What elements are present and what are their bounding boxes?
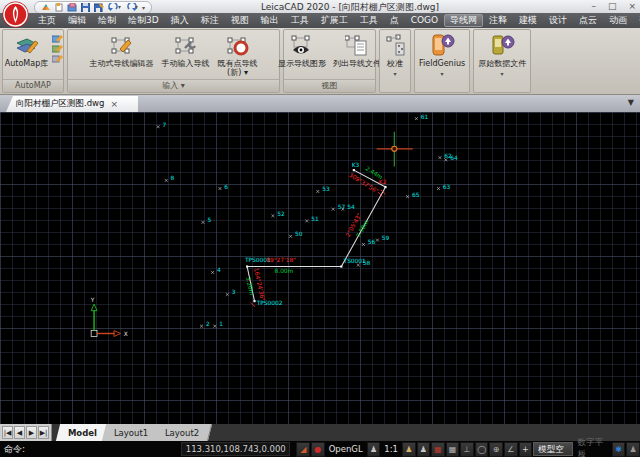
- ribbon-tab-9[interactable]: 扩展工: [315, 14, 354, 27]
- ribbon-tab-0[interactable]: 主页: [32, 14, 62, 27]
- qat-more-icon[interactable]: ▾: [142, 4, 145, 11]
- traverse-vertex[interactable]: [340, 265, 342, 267]
- document-tab-close-icon[interactable]: ×: [110, 99, 118, 109]
- show-traverse-graphics-button[interactable]: 显示导线图形: [276, 32, 328, 69]
- active-traverse-editor-button[interactable]: 主动式导线编辑器: [88, 32, 156, 69]
- rawdata-dropdown-icon: ▾: [501, 69, 504, 78]
- point-label-65: 65: [412, 192, 420, 198]
- ribbon-tab-8[interactable]: 工具: [285, 14, 315, 27]
- coordinates-readout: 113.310,108.743,0.000: [181, 442, 290, 456]
- user-lock-icon[interactable]: ♟: [626, 442, 640, 457]
- layout-nav-1[interactable]: ◀: [14, 426, 25, 439]
- layout-nav-2[interactable]: ▶: [26, 426, 37, 439]
- ribbon-tab-13[interactable]: 导线网: [444, 14, 483, 27]
- station-label-TPS0002: TPS0002: [256, 300, 283, 306]
- ribbon-tab-1[interactable]: 编辑: [62, 14, 92, 27]
- rawdata-icon: [489, 33, 515, 59]
- traverse-editor-icon: [110, 33, 134, 59]
- traverse-vertex[interactable]: [384, 186, 386, 188]
- traverse-vertex[interactable]: [246, 265, 248, 267]
- panel-automap-label[interactable]: AutoMAP: [3, 79, 63, 92]
- ribbon-tab-12[interactable]: COGO: [405, 14, 444, 27]
- save-icon[interactable]: [81, 3, 90, 12]
- ribbon-tab-5[interactable]: 标注: [195, 14, 225, 27]
- layout-nav-0[interactable]: |◀: [2, 426, 13, 439]
- ucs-y-label: Y: [90, 297, 95, 303]
- panel-fieldgenius: FieldGenius ▾: [414, 29, 470, 93]
- settings-gear-icon[interactable]: ✱: [612, 442, 626, 457]
- minimize-button[interactable]: –: [591, 0, 596, 13]
- user-icon[interactable]: ♟: [367, 442, 381, 457]
- ribbon-tab-16[interactable]: 设计: [543, 14, 573, 27]
- traverse-vertex[interactable]: [253, 300, 255, 302]
- panel-input: 主动式导线编辑器 手动输入导线 既有点导线 (新) ▾ 输入 ▾: [67, 29, 280, 93]
- otrack-icon[interactable]: ∠: [504, 442, 518, 457]
- model-space-button[interactable]: 模型空间: [533, 442, 573, 456]
- point-label-5: 5: [207, 217, 211, 223]
- ribbon-tab-15[interactable]: 建模: [513, 14, 543, 27]
- osnap-icon[interactable]: ⊕: [489, 442, 503, 457]
- automap-dyn-icon[interactable]: [52, 34, 63, 43]
- ribbon-tab-10[interactable]: 工具: [354, 14, 384, 27]
- fieldgenius-button[interactable]: FieldGenius ▾: [415, 30, 469, 79]
- scale-label: 1:1: [381, 444, 401, 454]
- calibrate-button[interactable]: 校准 ▾: [380, 30, 410, 79]
- save-as-icon[interactable]: [94, 3, 104, 12]
- layout-nav-3[interactable]: ▶|: [38, 426, 49, 439]
- panel-calibrate: 校准 ▾: [379, 29, 411, 93]
- angle-annotation: 89°27'18": [266, 257, 296, 263]
- eye-icon: [290, 33, 314, 59]
- existing-point-traverse-button[interactable]: 既有点导线 (新) ▾: [216, 32, 260, 78]
- record-line-icon[interactable]: ●: [311, 442, 325, 457]
- tab-list-dropdown-icon[interactable]: ▼: [628, 98, 634, 107]
- manual-input-icon: [174, 33, 198, 59]
- ribbon-tab-18[interactable]: 动画: [603, 14, 633, 27]
- ribbon-tab-17[interactable]: 点云: [573, 14, 603, 27]
- app-menu-button[interactable]: [2, 1, 29, 28]
- redo-icon[interactable]: [125, 3, 138, 12]
- dyn-prompt-icon[interactable]: ♟: [417, 442, 431, 457]
- panel-automap: AutoMap库 AutoMAP: [2, 29, 64, 93]
- point-label-53: 53: [322, 186, 330, 192]
- dyn-input-icon[interactable]: ♟: [402, 442, 416, 457]
- new-file-icon[interactable]: [55, 3, 63, 12]
- ribbon-tab-19[interactable]: 帮助: [633, 14, 640, 27]
- automap-codes-icon[interactable]: [52, 44, 63, 53]
- maximize-button[interactable]: □: [608, 0, 617, 13]
- ribbon-tab-2[interactable]: 绘制: [92, 14, 122, 27]
- ribbon-tab-4[interactable]: 插入: [165, 14, 195, 27]
- close-button[interactable]: ×: [628, 0, 636, 13]
- list-traverse-files-button[interactable]: 列出导线文件: [331, 32, 383, 69]
- automap-edit-icon[interactable]: [52, 54, 63, 63]
- panel-input-label[interactable]: 输入 ▾: [68, 79, 279, 92]
- fieldgenius-icon: [429, 33, 455, 59]
- ribbon-tab-11[interactable]: 点: [384, 14, 405, 27]
- undo-icon[interactable]: [108, 3, 121, 12]
- active-traverse-editor-label: 主动式导线编辑器: [90, 59, 154, 68]
- command-prompt[interactable]: 命令:: [0, 443, 143, 456]
- layout-tab-layout2[interactable]: Layout2: [153, 424, 213, 441]
- panel-view-label[interactable]: 视图: [284, 79, 375, 92]
- ribbon-tab-14[interactable]: 注释: [483, 14, 513, 27]
- crosshair-size-icon[interactable]: +: [519, 442, 533, 457]
- manual-input-traverse-button[interactable]: 手动输入导线: [160, 32, 212, 69]
- ucs-y-arrow: [91, 304, 97, 311]
- ribbon-tab-3[interactable]: 绘制3D: [122, 14, 165, 27]
- automap-library-button[interactable]: AutoMap库: [3, 32, 50, 69]
- angle-annotation: 164°24'36": [253, 268, 266, 302]
- traverse-vertex[interactable]: [353, 169, 355, 171]
- distance-annotation: 2.44m: [364, 165, 383, 180]
- document-tab[interactable]: 向阳村棚户区测图.dwg ×: [6, 96, 138, 112]
- ucs-corner-icon[interactable]: ◢: [296, 442, 310, 457]
- point-label-51: 51: [311, 216, 319, 222]
- polar-tracking-icon[interactable]: ◯: [475, 442, 489, 457]
- automap-quick-icon[interactable]: [41, 3, 51, 12]
- ribbon-tab-6[interactable]: 视图: [225, 14, 255, 27]
- snap-grid-red-icon[interactable]: ▦: [431, 442, 445, 457]
- rawdata-button[interactable]: 原始数据文件 ▾: [474, 30, 530, 79]
- open-file-icon[interactable]: [67, 3, 77, 12]
- ortho-icon[interactable]: ⊥: [460, 442, 474, 457]
- layout-nav-buttons: |◀◀▶▶|: [0, 424, 52, 441]
- ribbon-tab-7[interactable]: 输出: [255, 14, 285, 27]
- grid-display-icon[interactable]: ▦: [446, 442, 460, 457]
